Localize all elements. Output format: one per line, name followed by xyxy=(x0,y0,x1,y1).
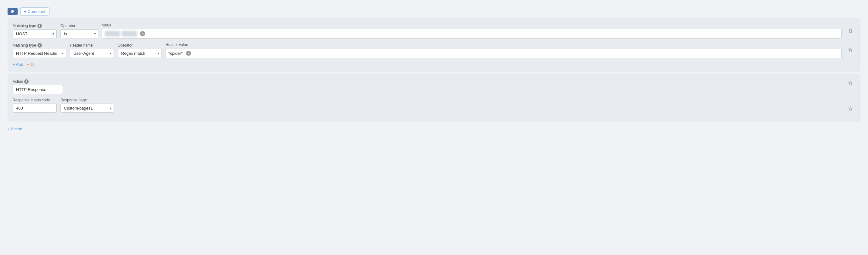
action-row-2: Response status code Response page Custo… xyxy=(12,98,856,113)
header-name-select-wrapper: User-Agent ▾ xyxy=(70,49,114,58)
spider-tag-close-icon[interactable]: ✕ xyxy=(186,51,191,56)
matching-type-select-1[interactable]: HOST xyxy=(12,29,57,38)
rule-header: IF + Comment xyxy=(7,7,861,15)
operator-label-2: Operator xyxy=(118,43,162,47)
response-status-label: Response status code xyxy=(12,98,57,102)
matching-type-group-2: Matching type i HTTP Request Header ▾ xyxy=(12,43,66,58)
matching-type-group-1: Matching type i HOST ▾ xyxy=(12,24,57,38)
matching-type-label-2: Matching type i xyxy=(12,43,66,47)
delete-row-2-icon[interactable]: 🗑 xyxy=(845,46,856,55)
response-status-group: Response status code xyxy=(12,98,57,113)
response-page-select[interactable]: Custom-pages1 xyxy=(60,103,114,113)
comment-button[interactable]: + Comment xyxy=(20,7,50,15)
spider-tag: *spider* xyxy=(168,51,183,56)
operator-select-wrapper-2: Regex match ▾ xyxy=(118,49,162,58)
response-page-group: Response page Custom-pages1 ▾ xyxy=(60,98,114,113)
action-label: Action i xyxy=(12,79,63,84)
header-name-label: Header name xyxy=(70,43,114,47)
header-value-group: Header value *spider* ✕ xyxy=(165,42,842,58)
matching-type-info-icon-2[interactable]: i xyxy=(37,43,42,47)
action-inner: Action i HTTP Response 🗑 Response status… xyxy=(12,79,856,113)
operator-label-1: Operator xyxy=(60,24,98,28)
operator-select-1[interactable]: Is xyxy=(60,29,98,38)
matching-type-select-wrapper-2: HTTP Request Header ▾ xyxy=(12,49,66,58)
value-label-1: Value xyxy=(102,23,842,27)
condition-row-2: Matching type i HTTP Request Header ▾ He… xyxy=(12,42,856,58)
condition-row-1: Matching type i HOST ▾ Operator Is ▾ xyxy=(12,23,856,39)
value-tag-blurred-2 xyxy=(122,31,137,36)
matching-type-select-2[interactable]: HTTP Request Header xyxy=(12,49,66,58)
header-value-field[interactable]: *spider* ✕ xyxy=(165,48,842,58)
value-field-1[interactable]: ✕ xyxy=(102,29,842,39)
matching-type-label-1: Matching type i xyxy=(12,24,57,28)
value-tag-blurred-1 xyxy=(105,31,120,36)
condition-section: Matching type i HOST ▾ Operator Is ▾ xyxy=(7,18,861,72)
and-button[interactable]: + And xyxy=(12,62,23,67)
operator-select-2[interactable]: Regex match xyxy=(118,49,162,58)
action-info-icon[interactable]: i xyxy=(24,79,29,84)
if-badge: IF xyxy=(7,8,18,15)
matching-type-select-wrapper-1: HOST ▾ xyxy=(12,29,57,38)
operator-group-2: Operator Regex match ▾ xyxy=(118,43,162,58)
action-type-group: Action i HTTP Response xyxy=(12,79,63,94)
action-section: Action i HTTP Response 🗑 Response status… xyxy=(7,74,861,122)
response-status-input[interactable] xyxy=(12,103,57,113)
matching-type-info-icon-1[interactable]: i xyxy=(37,24,42,28)
or-button[interactable]: + Or xyxy=(27,62,35,67)
value-group-1: Value ✕ xyxy=(102,23,842,39)
header-name-group: Header name User-Agent ▾ xyxy=(70,43,114,58)
delete-action-1-icon[interactable]: 🗑 xyxy=(845,79,856,88)
header-value-label: Header value xyxy=(165,42,842,47)
value-tag-close-icon-1[interactable]: ✕ xyxy=(140,31,145,36)
header-name-select[interactable]: User-Agent xyxy=(70,49,114,58)
logic-buttons: + And + Or xyxy=(12,62,856,67)
delete-row-1-icon[interactable]: 🗑 xyxy=(845,27,856,35)
action-row-1: Action i HTTP Response 🗑 xyxy=(12,79,856,94)
action-value-display: HTTP Response xyxy=(12,85,63,94)
response-page-label: Response page xyxy=(60,98,114,102)
add-action-button[interactable]: + Action xyxy=(7,125,22,132)
page-container: IF + Comment Matching type i HOST ▾ xyxy=(5,5,863,135)
response-page-select-wrapper: Custom-pages1 ▾ xyxy=(60,103,114,113)
operator-group-1: Operator Is ▾ xyxy=(60,24,98,38)
operator-select-wrapper-1: Is ▾ xyxy=(60,29,98,38)
delete-action-2-icon[interactable]: 🗑 xyxy=(845,104,856,113)
